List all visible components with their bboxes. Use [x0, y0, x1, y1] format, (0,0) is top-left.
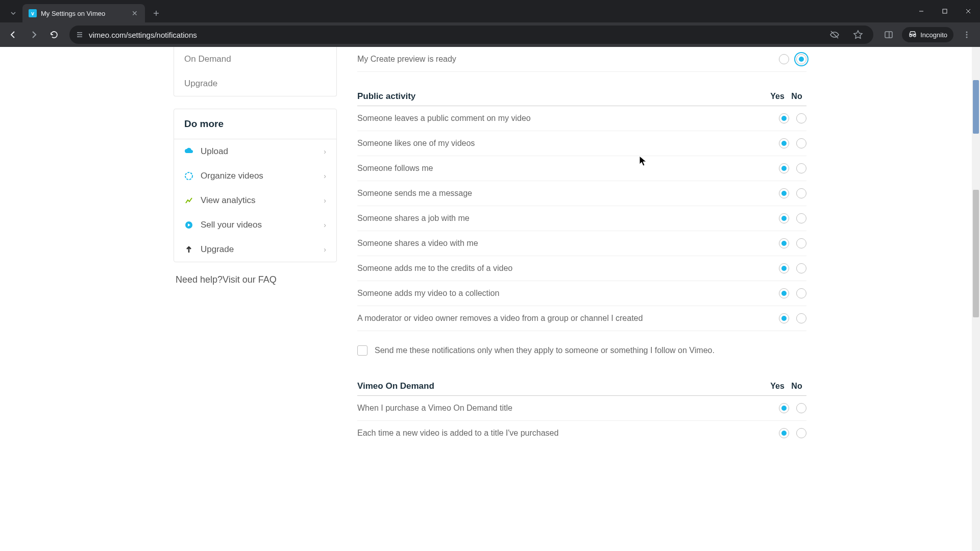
column-no-label: No	[787, 92, 806, 101]
radio-yes[interactable]	[779, 403, 789, 413]
bookmark-star-icon[interactable]	[849, 26, 867, 44]
organize-icon	[184, 171, 193, 181]
radio-yes[interactable]	[779, 163, 789, 173]
radio-yes[interactable]	[779, 313, 789, 323]
vimeo-favicon-icon: v	[29, 9, 37, 17]
scrollbar-track[interactable]	[972, 47, 980, 551]
setting-label: Someone shares a video with me	[357, 239, 779, 248]
analytics-icon	[184, 196, 193, 205]
setting-label: Someone sends me a message	[357, 189, 779, 198]
setting-row: Each time a new video is added to a titl…	[357, 421, 806, 445]
radio-yes[interactable]	[779, 213, 789, 223]
side-panel-icon[interactable]	[879, 26, 898, 44]
setting-row: Someone adds me to the credits of a vide…	[357, 256, 806, 281]
maximize-button[interactable]	[933, 0, 957, 22]
column-no-label: No	[787, 382, 806, 391]
upgrade-arrow-icon	[184, 245, 193, 254]
forward-button[interactable]	[24, 26, 43, 44]
action-label: Sell your videos	[201, 220, 262, 230]
action-label: View analytics	[201, 195, 255, 206]
radio-yes[interactable]	[779, 263, 789, 273]
column-yes-label: Yes	[768, 382, 787, 391]
action-label: Upload	[201, 146, 228, 157]
setting-label: Someone follows me	[357, 164, 779, 173]
radio-no[interactable]	[796, 138, 806, 148]
address-bar[interactable]: vimeo.com/settings/notifications	[69, 26, 873, 44]
checkbox-row: Send me these notifications only when th…	[357, 331, 806, 362]
setting-row: Someone follows me	[357, 156, 806, 181]
chevron-right-icon: ›	[324, 147, 326, 156]
radio-no[interactable]	[796, 313, 806, 323]
sidebar-action-upgrade[interactable]: Upgrade ›	[174, 237, 336, 262]
section-title: Vimeo On Demand	[357, 381, 768, 391]
close-window-button[interactable]	[957, 0, 980, 22]
radio-no[interactable]	[796, 428, 806, 438]
sidebar-link-upgrade[interactable]: Upgrade	[174, 71, 336, 96]
radio-yes[interactable]	[779, 188, 789, 198]
incognito-badge[interactable]: Incognito	[902, 27, 953, 42]
cloud-upload-icon	[184, 147, 193, 156]
setting-row: Someone shares a video with me	[357, 231, 806, 256]
radio-no[interactable]	[796, 54, 806, 64]
radio-yes[interactable]	[779, 54, 789, 64]
new-tab-button[interactable]	[149, 6, 163, 20]
setting-row: Someone leaves a public comment on my vi…	[357, 106, 806, 131]
radio-no[interactable]	[796, 263, 806, 273]
setting-label: Each time a new video is added to a titl…	[357, 429, 779, 438]
sidebar-link-on-demand[interactable]: On Demand	[174, 47, 336, 71]
svg-point-6	[966, 32, 968, 33]
setting-row: Someone sends me a message	[357, 181, 806, 206]
radio-no[interactable]	[796, 188, 806, 198]
action-label: Upgrade	[201, 244, 234, 255]
back-button[interactable]	[4, 26, 22, 44]
radio-no[interactable]	[796, 238, 806, 248]
svg-point-2	[81, 34, 82, 35]
radio-no[interactable]	[796, 213, 806, 223]
chevron-right-icon: ›	[324, 245, 326, 254]
sidebar-action-upload[interactable]: Upload ›	[174, 139, 336, 164]
follow-only-checkbox[interactable]	[357, 345, 368, 356]
menu-icon[interactable]	[958, 26, 976, 44]
notification-settings: My Create preview is ready Public activi…	[357, 47, 806, 466]
sidebar-action-sell[interactable]: Sell your videos ›	[174, 213, 336, 237]
close-tab-icon[interactable]: ✕	[131, 9, 139, 17]
chevron-right-icon: ›	[324, 172, 326, 180]
svg-rect-4	[885, 32, 892, 38]
radio-yes[interactable]	[779, 113, 789, 123]
svg-point-1	[78, 32, 79, 33]
setting-label: Someone adds my video to a collection	[357, 289, 779, 298]
url-text: vimeo.com/settings/notifications	[89, 31, 820, 39]
incognito-icon	[908, 30, 917, 39]
chevron-right-icon: ›	[324, 196, 326, 205]
setting-label: A moderator or video owner removes a vid…	[357, 314, 779, 323]
section-header: Vimeo On Demand Yes No	[357, 376, 806, 396]
sidebar-action-organize[interactable]: Organize videos ›	[174, 164, 336, 188]
radio-yes[interactable]	[779, 138, 789, 148]
setting-row: Someone adds my video to a collection	[357, 281, 806, 306]
radio-no[interactable]	[796, 163, 806, 173]
svg-point-9	[185, 172, 192, 180]
scrollbar-thumb-secondary[interactable]	[973, 190, 979, 317]
radio-yes[interactable]	[779, 428, 789, 438]
radio-no[interactable]	[796, 288, 806, 298]
setting-row: A moderator or video owner removes a vid…	[357, 306, 806, 331]
setting-label: Someone likes one of my videos	[357, 139, 779, 148]
site-info-icon[interactable]	[76, 31, 84, 39]
help-faq-link[interactable]: Need help?Visit our FAQ	[174, 274, 337, 285]
browser-tab[interactable]: v My Settings on Vimeo ✕	[22, 4, 145, 22]
reload-button[interactable]	[45, 26, 63, 44]
radio-no[interactable]	[796, 403, 806, 413]
radio-no[interactable]	[796, 113, 806, 123]
setting-row: When I purchase a Vimeo On Demand title	[357, 396, 806, 421]
scrollbar-thumb[interactable]	[973, 80, 979, 134]
settings-sidebar: On Demand Upgrade Do more Upload › Organ…	[174, 47, 337, 466]
radio-yes[interactable]	[779, 238, 789, 248]
sidebar-action-analytics[interactable]: View analytics ›	[174, 188, 336, 213]
setting-label: Someone leaves a public comment on my vi…	[357, 114, 779, 123]
action-label: Organize videos	[201, 171, 263, 181]
tab-search-dropdown[interactable]	[4, 4, 22, 22]
eye-off-icon[interactable]	[825, 26, 844, 44]
radio-yes[interactable]	[779, 288, 789, 298]
minimize-button[interactable]	[910, 0, 933, 22]
setting-label: When I purchase a Vimeo On Demand title	[357, 404, 779, 413]
